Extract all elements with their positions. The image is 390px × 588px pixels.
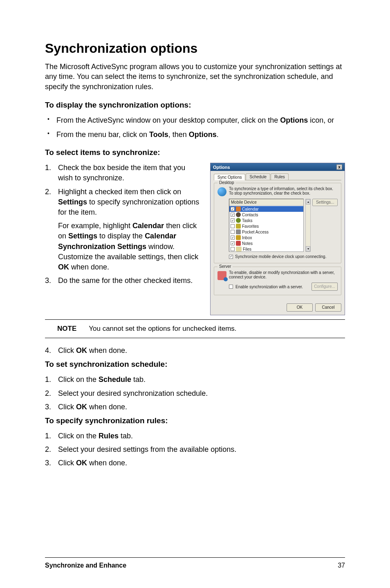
checkbox-icon[interactable] (231, 224, 235, 228)
text: Click on the (58, 375, 99, 384)
sync-icon (217, 187, 226, 196)
text: to display the (97, 232, 145, 240)
list-item-contacts[interactable]: Contacts (229, 212, 303, 218)
item-label: Tasks (242, 218, 253, 223)
tab-sync-options[interactable]: Sync Options (214, 174, 245, 180)
heading-display-options: To display the synchronization options: (45, 101, 345, 110)
bold-options: Options (189, 130, 217, 139)
text: tab. (131, 375, 146, 384)
settings-button[interactable]: Settings... (312, 199, 338, 206)
checkbox-icon[interactable] (231, 247, 235, 251)
bold-schedule: Schedule (99, 375, 131, 384)
bold-ok: OK (76, 459, 87, 467)
files-icon (236, 247, 242, 251)
list-item: 3.Do the same for the other checked item… (45, 276, 202, 286)
bold-tools: Tools (149, 130, 168, 139)
listbox-scrollbar[interactable]: ▴ ▾ (305, 199, 311, 252)
item-label: Files (243, 247, 251, 251)
select-items-steps: 1.Check the box beside the item that you… (45, 163, 202, 286)
footer-page-number: 37 (338, 562, 345, 569)
note-box: NOTE You cannot set the options for unch… (45, 319, 345, 338)
ok-button[interactable]: OK (287, 303, 313, 312)
list-item: 4. Click OK when done. (45, 346, 345, 356)
item-label: Notes (242, 241, 253, 246)
close-icon[interactable]: x (336, 164, 342, 170)
bold-options: Options (280, 116, 308, 124)
dialog-title-text: Options (213, 165, 230, 170)
bold-ok: OK (76, 346, 87, 355)
tab-rules[interactable]: Rules (271, 173, 289, 180)
item-label: Favorites (242, 224, 259, 229)
checkbox-icon[interactable] (231, 230, 235, 234)
checkbox-icon[interactable] (231, 241, 235, 245)
list-item-inbox[interactable]: Inbox (229, 235, 303, 240)
list-item: 1.Check the box beside the item that you… (45, 163, 202, 183)
checkbox-icon[interactable] (231, 218, 235, 222)
item-label: Pocket Access (242, 230, 269, 234)
enable-server-checkbox[interactable] (229, 285, 233, 289)
server-msg: To enable, disable or modify synchroniza… (229, 270, 338, 279)
footer-title: Synchronize and Enhance (45, 562, 126, 569)
bold-ok: OK (76, 403, 87, 411)
list-item-files[interactable]: Files (229, 246, 303, 252)
listbox-header[interactable]: Mobile Device (229, 199, 303, 206)
contacts-icon (236, 212, 241, 217)
text: Click on the (58, 432, 99, 440)
list-item-calendar[interactable]: Calendar (229, 206, 303, 212)
bold-settings: Settings (58, 198, 87, 206)
desktop-msg: To synchronize a type of information, se… (229, 186, 338, 195)
text: tab. (119, 432, 133, 440)
group-legend-desktop: Desktop (217, 180, 236, 185)
substep-text: For example, highlight Calendar then cli… (45, 221, 202, 272)
checkbox-icon[interactable] (231, 236, 235, 240)
text: From the ActiveSync window on your deskt… (56, 116, 280, 124)
checkbox-icon[interactable] (231, 207, 235, 211)
scroll-down-icon[interactable]: ▾ (306, 246, 311, 251)
text: For example, highlight (58, 222, 132, 230)
list-item: From the ActiveSync window on your deskt… (45, 115, 345, 126)
page-title: Synchronization options (45, 41, 345, 56)
text: Select your desired synchronization sche… (58, 389, 208, 397)
desktop-group: Desktop To synchronize a type of informa… (214, 183, 341, 263)
bold-ok: OK (58, 263, 69, 271)
text: Check the box beside the item that you w… (58, 164, 185, 182)
scroll-up-icon[interactable]: ▴ (306, 199, 311, 204)
tab-schedule[interactable]: Schedule (246, 173, 270, 180)
text: when done. (69, 263, 109, 271)
sync-items-listbox[interactable]: Mobile Device Calendar Contacts Tasks Fa… (229, 199, 304, 252)
text: when done. (87, 346, 127, 355)
intro-paragraph: The Microsoft ActiveSync program allows … (45, 62, 345, 92)
dialog-tabs: Sync Options Schedule Rules (214, 173, 341, 180)
server-group: Server To enable, disable or modify sync… (214, 267, 341, 295)
configure-button[interactable]: Configure... (312, 283, 338, 291)
bold-rules: Rules (99, 432, 119, 440)
checkbox-icon[interactable] (231, 213, 235, 217)
display-options-list: From the ActiveSync window on your deskt… (45, 115, 345, 140)
options-dialog: Options x Sync Options Schedule Rules De… (210, 163, 345, 315)
list-item: 2.Select your desired synchronization sc… (45, 388, 345, 399)
text: Highlight a checked item then click on (58, 188, 181, 196)
note-label: NOTE (45, 325, 76, 333)
text: Click (58, 346, 76, 355)
list-item: 2. Highlight a checked item then click o… (45, 187, 202, 218)
list-item: 3. Click OK when done. (45, 458, 345, 468)
list-item-favorites[interactable]: Favorites (229, 223, 303, 229)
list-item: From the menu bar, click on Tools, then … (45, 130, 345, 140)
enable-server-label: Enable synchronization with a server. (235, 285, 309, 289)
list-item-pocket-access[interactable]: Pocket Access (229, 229, 303, 235)
server-icon (217, 271, 226, 280)
list-item-notes[interactable]: Notes (229, 240, 303, 246)
cancel-button[interactable]: Cancel (315, 303, 341, 312)
text: when done. (87, 459, 127, 467)
schedule-steps: 1. Click on the Schedule tab. 2.Select y… (45, 375, 345, 412)
list-item: 1. Click on the Rules tab. (45, 431, 345, 441)
clock-sync-checkbox[interactable] (229, 255, 233, 259)
text: , then (168, 130, 189, 139)
text: From the menu bar, click on (56, 130, 149, 139)
note-text: You cannot set the options for unchecked… (89, 325, 236, 333)
pocket-access-icon (236, 229, 241, 234)
bold-settings: Settings (68, 232, 97, 240)
text: icon, or (308, 116, 334, 124)
dialog-titlebar[interactable]: Options x (211, 163, 345, 171)
list-item-tasks[interactable]: Tasks (229, 218, 303, 223)
